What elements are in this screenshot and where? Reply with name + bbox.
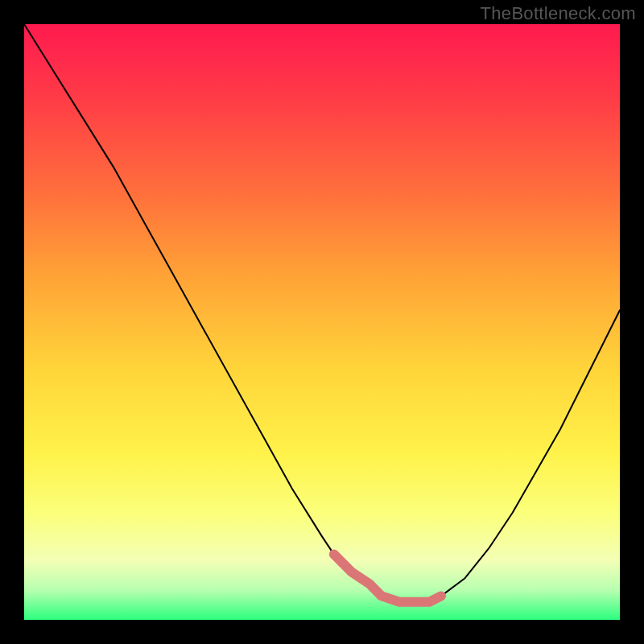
optimal-range-path [334, 555, 441, 602]
bottleneck-curve-path [24, 24, 620, 602]
plot-area [24, 24, 620, 620]
attribution-label: TheBottleneck.com [481, 3, 636, 24]
curve-svg [24, 24, 620, 620]
chart-frame: TheBottleneck.com [0, 0, 644, 644]
